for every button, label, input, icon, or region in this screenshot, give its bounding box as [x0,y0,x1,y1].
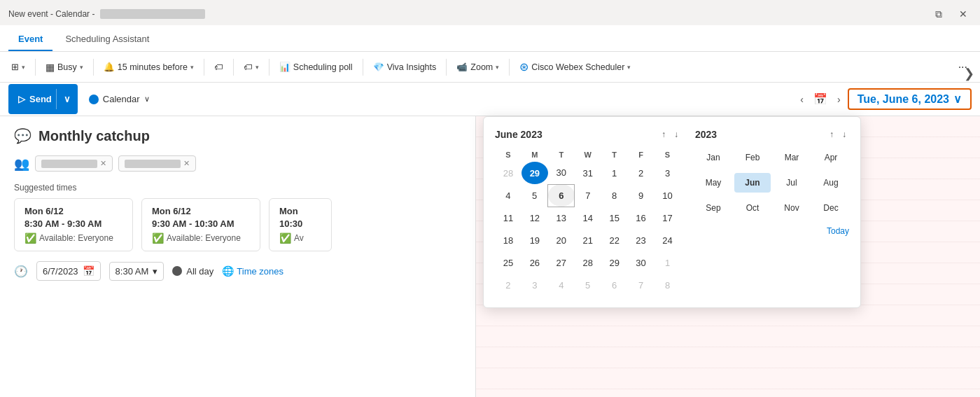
cal-day-3-5[interactable]: 23 [628,229,654,251]
date-display-caret-icon: ∨ [953,92,962,106]
month-item-dec[interactable]: Dec [813,198,849,218]
month-item-feb[interactable]: Feb [734,148,771,167]
cal-day-1-0[interactable]: 4 [495,184,522,207]
cal-day-4-5[interactable]: 30 [628,251,654,274]
cal-day-4-4[interactable]: 29 [601,251,628,274]
attendee-remove-1[interactable]: ✕ [100,159,106,168]
cal-day-0-3[interactable]: 31 [575,162,601,184]
cal-day-3-0[interactable]: 18 [495,229,522,251]
webex-button[interactable]: ⊛ Cisco Webex Scheduler ▾ [514,57,636,76]
suggested-card-2[interactable]: Mon 6/12 9:30 AM - 10:30 AM ✅ Available:… [141,198,260,251]
cal-day-5-4[interactable]: 6 [601,274,628,296]
close-button[interactable]: ✕ [955,7,972,22]
reminder-button[interactable]: 🔔 15 minutes before ▾ [98,59,200,75]
cal-day-4-3[interactable]: 28 [575,251,601,274]
cal-day-1-3[interactable]: 7 [575,184,601,207]
cal-day-5-2[interactable]: 4 [548,274,575,296]
cal-day-3-4[interactable]: 22 [601,229,628,251]
start-date-input[interactable]: 6/7/2023 📅 [36,261,101,281]
poll-icon: 📊 [279,62,290,72]
viva-icon: 💎 [373,62,384,72]
cal-day-1-1[interactable]: 5 [522,184,548,207]
cal-day-0-1[interactable]: 29 [522,162,548,184]
separator-7 [446,59,447,76]
cal-day-1-4[interactable]: 8 [601,184,628,207]
cal-day-5-6[interactable]: 8 [654,274,681,296]
today-icon-button[interactable]: 📅 [811,90,830,109]
cal-day-3-1[interactable]: 19 [522,229,548,251]
cal-day-0-0[interactable]: 28 [495,162,522,184]
cal-day-4-1[interactable]: 26 [522,251,548,274]
attendee-remove-2[interactable]: ✕ [183,159,190,168]
cal-day-5-0[interactable]: 2 [495,274,522,296]
tab-event[interactable]: Event [8,28,52,51]
globe-icon: 🌐 [222,265,234,277]
date-display[interactable]: Tue, June 6, 2023 ∨ [848,88,972,110]
cal-day-1-6[interactable]: 10 [654,184,681,207]
zoom-button[interactable]: 📹 Zoom ▾ [451,59,505,75]
cal-day-5-3[interactable]: 5 [575,274,601,296]
cal-day-0-5[interactable]: 2 [628,162,654,184]
suggested-card-1[interactable]: Mon 6/12 8:30 AM - 9:30 AM ✅ Available: … [14,198,133,251]
cal-day-0-6[interactable]: 3 [654,162,681,184]
month-item-jun[interactable]: Jun [734,173,771,193]
cal-day-2-0[interactable]: 11 [495,207,522,229]
start-time-select[interactable]: 8:30 AM ▾ [109,262,164,281]
suggested-times-label: Suggested times [14,183,461,193]
category-button[interactable]: 🏷 ▾ [238,60,265,75]
collapse-button[interactable]: ❯ [958,63,980,84]
year-prev-button[interactable]: ↑ [827,128,836,141]
month-item-mar[interactable]: Mar [774,148,810,167]
cal-day-1-5[interactable]: 9 [628,184,654,207]
scheduling-poll-button[interactable]: 📊 Scheduling poll [274,59,358,75]
external-window-button[interactable]: ⧉ [931,7,946,22]
card-time-1: 8:30 AM - 9:30 AM [24,218,122,229]
month-item-apr[interactable]: Apr [813,148,849,167]
tag-button[interactable]: 🏷 [209,60,229,75]
cal-day-2-2[interactable]: 13 [548,207,575,229]
caret-icon: ▾ [22,64,25,71]
month-item-may[interactable]: May [695,173,732,193]
title-bar-title: New event - Calendar - [8,9,94,19]
cal-day-2-3[interactable]: 14 [575,207,601,229]
year-next-button[interactable]: ↓ [839,128,849,141]
cal-day-0-2[interactable]: 30 [548,162,575,184]
all-day-toggle[interactable]: All day [172,266,214,277]
viva-insights-button[interactable]: 💎 Viva Insights [368,59,442,75]
cal-day-0-4[interactable]: 1 [601,162,628,184]
today-button[interactable]: Today [695,226,849,236]
next-date-button[interactable]: › [834,91,844,108]
month-item-nov[interactable]: Nov [774,198,810,218]
cal-day-4-6[interactable]: 1 [654,251,681,274]
month-next-button[interactable]: ↓ [671,128,681,141]
send-button[interactable]: ▷ Send ∨ [8,84,78,114]
cal-day-2-5[interactable]: 16 [628,207,654,229]
attendee-chip-1[interactable]: ✕ [35,155,113,172]
tab-scheduling-assistant[interactable]: Scheduling Assistant [55,28,159,51]
cal-day-5-5[interactable]: 7 [628,274,654,296]
month-prev-button[interactable]: ↑ [659,128,668,141]
attendee-chip-2[interactable]: ✕ [118,155,196,172]
cal-day-2-4[interactable]: 15 [601,207,628,229]
prev-date-button[interactable]: ‹ [797,91,806,108]
month-item-oct[interactable]: Oct [734,198,771,218]
cal-day-5-1[interactable]: 3 [522,274,548,296]
cal-day-3-2[interactable]: 20 [548,229,575,251]
cal-day-4-2[interactable]: 27 [548,251,575,274]
send-caret-button[interactable]: ∨ [56,89,78,109]
month-item-aug[interactable]: Aug [813,173,849,193]
cal-day-2-6[interactable]: 17 [654,207,681,229]
cal-day-4-0[interactable]: 25 [495,251,522,274]
suggested-card-3[interactable]: Mon 10:30 ✅ Av [269,198,332,251]
cal-day-1-2[interactable]: 6 [548,184,575,207]
calendar-selector[interactable]: Calendar ∨ [83,91,155,107]
cal-day-3-6[interactable]: 24 [654,229,681,251]
timezone-link[interactable]: 🌐 Time zones [222,265,284,277]
month-item-jan[interactable]: Jan [695,148,732,167]
cal-day-3-3[interactable]: 21 [575,229,601,251]
month-item-jul[interactable]: Jul [774,173,810,193]
busy-button[interactable]: ▦ Busy ▾ [40,59,89,76]
view-options-button[interactable]: ⊞ ▾ [6,59,31,75]
cal-day-2-1[interactable]: 12 [522,207,548,229]
month-item-sep[interactable]: Sep [695,198,732,218]
